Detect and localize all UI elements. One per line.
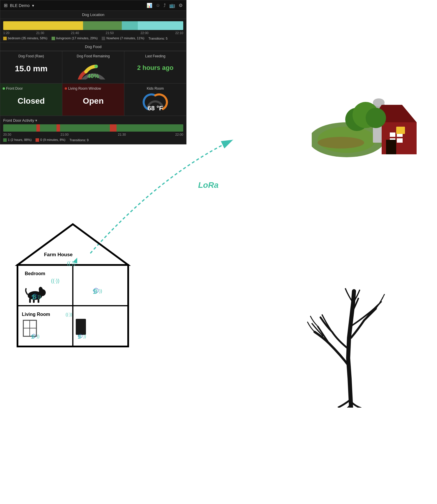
living-room-window-panel: Living Room Window Open	[62, 84, 124, 116]
settings-icon[interactable]: ⚙	[179, 3, 183, 8]
front-door-title: Front Door	[3, 86, 60, 91]
act-green-1	[3, 124, 36, 132]
tl-livingroom	[83, 21, 122, 30]
act-green-3	[60, 124, 110, 132]
tl-cyan	[138, 21, 183, 30]
kids-room-panel: Kids Room 68 °F	[124, 84, 186, 116]
svg-point-17	[366, 108, 386, 128]
act-red-2	[57, 124, 60, 132]
dog-location-header: Dog Location	[0, 11, 186, 19]
activity-bar	[3, 124, 183, 132]
svg-text:)): ))	[37, 334, 39, 339]
last-feeding-value: 2 hours ago	[127, 64, 184, 72]
farmhouse-section: Bedroom ((·)) ⬡ ℬ )) ⬡ ℬ )) Living Room	[9, 218, 143, 359]
svg-text:Living Room: Living Room	[22, 312, 50, 317]
lora-label: LoRa	[198, 181, 218, 190]
act-green-2	[40, 124, 57, 132]
dashboard-panel: ⊞ BLE Demo ▾ 📊 ☆ ⤴ 📺 ⚙ Dog Location 1:20…	[0, 0, 186, 144]
food-gauge-label: 40%	[87, 73, 99, 79]
barn-illustration	[312, 82, 422, 183]
act-red-1	[36, 124, 40, 132]
living-room-window-status: Open	[65, 96, 122, 106]
food-gauge: 40%	[65, 61, 122, 79]
tl-bedroom	[3, 21, 83, 30]
last-feeding-panel: Last Feeding 2 hours ago	[124, 51, 186, 83]
svg-rect-14	[396, 127, 405, 134]
star-icon[interactable]: ☆	[156, 3, 160, 8]
svg-text:)): ))	[83, 334, 86, 339]
svg-text:ℬ: ℬ	[31, 294, 36, 300]
dog-location-section: 1:20 21:30 21:40 21:50 22:00 22:10 bedro…	[0, 19, 186, 43]
dog-food-raw-title: Dog Food (Raw)	[3, 54, 60, 58]
svg-text:ℬ: ℬ	[31, 335, 35, 339]
timeline-labels: 1:20 21:30 21:40 21:50 22:00 22:10	[3, 31, 183, 35]
dog-food-section: Dog Food (Raw) 15.0 mm Dog Food Remainin…	[0, 51, 186, 83]
svg-text:((·)): ((·))	[51, 278, 59, 284]
svg-text:Farm House: Farm House	[44, 252, 73, 257]
living-room-window-title: Living Room Window	[65, 86, 122, 91]
svg-text:Bedroom: Bedroom	[25, 271, 45, 276]
svg-text:((·)): ((·))	[66, 312, 72, 317]
act-red-3	[110, 124, 117, 132]
front-door-activity-section: Front Door Activity ▾ 20:30 21:00 21:30 …	[0, 116, 186, 144]
dog-food-panels: Dog Food (Raw) 15.0 mm Dog Food Remainin…	[0, 51, 186, 83]
front-door-status: Closed	[3, 96, 60, 106]
living-room-indicator	[65, 87, 67, 90]
farmhouse-svg: Bedroom ((·)) ⬡ ℬ )) ⬡ ℬ )) Living Room	[9, 218, 137, 358]
dog-food-remaining-panel: Dog Food Remaining 40%	[62, 51, 124, 83]
front-door-activity-header: Front Door Activity ▾	[3, 118, 183, 123]
activity-time-labels: 20:30 21:00 21:30 22:00	[3, 133, 183, 136]
svg-rect-28	[29, 298, 31, 303]
kids-room-gauge-container: 68 °F	[127, 93, 184, 112]
status-panels: Front Door Closed Living Room Window Ope…	[0, 83, 186, 116]
title-dropdown[interactable]: ▾	[32, 3, 34, 8]
svg-rect-45	[76, 319, 86, 335]
svg-text:)): ))	[99, 289, 102, 293]
kids-room-title: Kids Room	[127, 86, 184, 91]
dog-food-raw-value: 15.0 mm	[3, 64, 60, 73]
svg-rect-13	[386, 140, 396, 154]
front-door-indicator	[3, 87, 5, 90]
activity-dropdown-icon[interactable]: ▾	[35, 118, 37, 123]
activity-legend: 1 (2 hours, 88%) 0 (9 minutes, 8%) Trans…	[3, 138, 183, 142]
food-gauge-wrap: 40%	[76, 61, 111, 79]
act-green-4	[117, 124, 183, 132]
dog-food-remaining-title: Dog Food Remaining	[65, 54, 122, 58]
svg-point-3	[318, 137, 364, 148]
dashboard-title[interactable]: BLE Demo	[10, 3, 30, 8]
header-left: ⊞ BLE Demo ▾	[4, 3, 34, 8]
svg-marker-18	[17, 224, 128, 265]
bar-chart-icon[interactable]: 📊	[147, 3, 152, 8]
svg-text:ℬ: ℬ	[93, 289, 97, 295]
dashboard-header: ⊞ BLE Demo ▾ 📊 ☆ ⤴ 📺 ⚙	[0, 0, 186, 11]
share-icon[interactable]: ⤴	[163, 3, 166, 8]
dog-food-raw-panel: Dog Food (Raw) 15.0 mm	[0, 51, 62, 83]
last-feeding-title: Last Feeding	[127, 54, 184, 58]
tl-nowhere	[122, 21, 138, 30]
svg-text:ℬ: ℬ	[77, 335, 81, 339]
kids-room-temp: 68 °F	[148, 105, 163, 112]
barn-svg	[312, 82, 422, 181]
tree-svg	[306, 285, 399, 408]
header-right: 📊 ☆ ⤴ 📺 ⚙	[147, 3, 183, 8]
svg-text:)): ))	[38, 294, 41, 299]
dog-food-header: Dog Food	[0, 43, 186, 51]
tv-icon[interactable]: 📺	[169, 3, 175, 8]
front-door-panel: Front Door Closed	[0, 84, 62, 116]
location-timeline-bar	[3, 21, 183, 30]
tree-illustration	[306, 285, 393, 402]
apps-icon: ⊞	[4, 3, 8, 8]
timeline-legend: bedroom (35 minutes, 58%) livingroom (17…	[3, 36, 183, 40]
